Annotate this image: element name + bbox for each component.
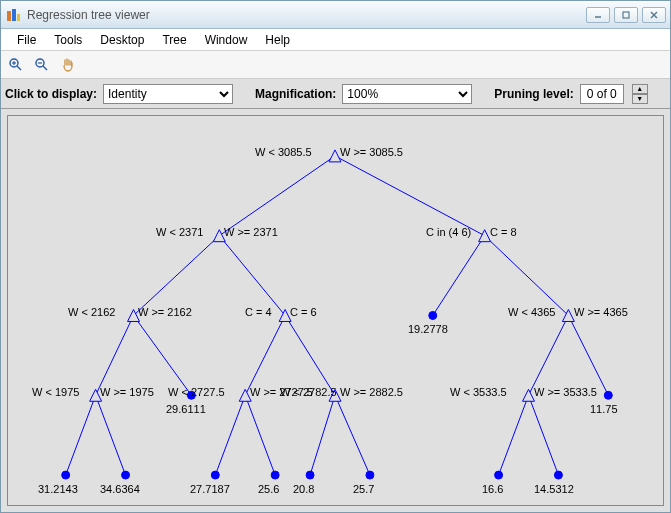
split-label: C = 6 bbox=[290, 306, 317, 318]
split-label: C in (4 6) bbox=[426, 226, 471, 238]
menu-desktop[interactable]: Desktop bbox=[92, 31, 152, 49]
svg-point-49 bbox=[211, 471, 219, 479]
zoom-in-icon[interactable] bbox=[5, 54, 27, 76]
pan-icon[interactable] bbox=[57, 54, 79, 76]
svg-rect-2 bbox=[17, 14, 20, 21]
svg-marker-43 bbox=[523, 389, 535, 401]
pruning-level-label: Pruning level: bbox=[494, 87, 573, 101]
pruning-spinner: ▲ ▼ bbox=[632, 84, 648, 104]
split-label: W < 2727.5 bbox=[168, 386, 225, 398]
leaf-label: 11.75 bbox=[590, 403, 618, 415]
split-label: W < 2782.5 bbox=[280, 386, 337, 398]
tree-canvas[interactable]: W < 3085.5 W >= 3085.5 W < 2371 W >= 237… bbox=[7, 115, 664, 506]
split-label: W >= 1975 bbox=[100, 386, 154, 398]
menu-bar: File Tools Desktop Tree Window Help bbox=[1, 29, 670, 51]
split-label: W >= 2162 bbox=[138, 306, 192, 318]
svg-line-29 bbox=[245, 395, 275, 475]
split-label: W < 1975 bbox=[32, 386, 79, 398]
leaf-label: 16.6 bbox=[482, 483, 503, 495]
leaf-label: 27.7187 bbox=[190, 483, 230, 495]
svg-point-54 bbox=[554, 471, 562, 479]
minimize-button[interactable] bbox=[586, 7, 610, 23]
split-label: C = 8 bbox=[490, 226, 517, 238]
leaf-label: 34.6364 bbox=[100, 483, 140, 495]
close-button[interactable] bbox=[642, 7, 666, 23]
zoom-out-icon[interactable] bbox=[31, 54, 53, 76]
svg-line-16 bbox=[134, 236, 220, 316]
split-label: W >= 3085.5 bbox=[340, 146, 403, 158]
title-bar: Regression tree viewer bbox=[1, 1, 670, 29]
svg-line-33 bbox=[529, 395, 559, 475]
app-icon bbox=[5, 7, 21, 23]
magnification-label: Magnification: bbox=[255, 87, 336, 101]
display-mode-select[interactable]: Identity bbox=[103, 84, 233, 104]
leaf-label: 19.2778 bbox=[408, 323, 448, 335]
svg-point-52 bbox=[366, 471, 374, 479]
menu-help[interactable]: Help bbox=[257, 31, 298, 49]
svg-rect-4 bbox=[623, 12, 629, 18]
svg-line-32 bbox=[499, 395, 529, 475]
svg-point-51 bbox=[306, 471, 314, 479]
split-label: W < 2162 bbox=[68, 306, 115, 318]
split-label: W >= 2371 bbox=[224, 226, 278, 238]
svg-point-47 bbox=[62, 471, 70, 479]
magnification-select[interactable]: 100% bbox=[342, 84, 472, 104]
menu-tools[interactable]: Tools bbox=[46, 31, 90, 49]
canvas-container: W < 3085.5 W >= 3085.5 W < 2371 W >= 237… bbox=[1, 109, 670, 512]
svg-line-24 bbox=[529, 315, 569, 395]
svg-line-14 bbox=[219, 156, 335, 236]
split-label: W >= 4365 bbox=[574, 306, 628, 318]
svg-point-50 bbox=[271, 471, 279, 479]
menu-window[interactable]: Window bbox=[197, 31, 256, 49]
pruning-down-button[interactable]: ▼ bbox=[632, 94, 648, 104]
svg-rect-0 bbox=[7, 11, 11, 21]
svg-line-31 bbox=[335, 395, 370, 475]
svg-line-17 bbox=[219, 236, 285, 316]
menu-file[interactable]: File bbox=[9, 31, 44, 49]
split-label: W >= 2882.5 bbox=[340, 386, 403, 398]
svg-marker-36 bbox=[479, 230, 491, 242]
control-bar: Click to display: Identity Magnification… bbox=[1, 79, 670, 109]
tool-bar bbox=[1, 51, 670, 79]
svg-line-28 bbox=[215, 395, 245, 475]
split-label: W < 4365 bbox=[508, 306, 555, 318]
menu-tree[interactable]: Tree bbox=[154, 31, 194, 49]
svg-line-26 bbox=[66, 395, 96, 475]
app-window: Regression tree viewer File Tools Deskto… bbox=[0, 0, 671, 513]
window-title: Regression tree viewer bbox=[27, 8, 586, 22]
svg-line-30 bbox=[310, 395, 335, 475]
leaf-label: 25.7 bbox=[353, 483, 374, 495]
svg-line-23 bbox=[285, 315, 335, 395]
svg-rect-1 bbox=[12, 9, 16, 21]
svg-line-15 bbox=[335, 156, 485, 236]
window-buttons bbox=[586, 7, 666, 23]
svg-line-12 bbox=[43, 66, 47, 70]
split-label: C = 4 bbox=[245, 306, 272, 318]
svg-line-21 bbox=[134, 315, 192, 395]
svg-line-18 bbox=[433, 236, 485, 316]
svg-line-20 bbox=[96, 315, 134, 395]
leaf-label: 29.6111 bbox=[166, 403, 206, 415]
svg-point-44 bbox=[429, 311, 437, 319]
maximize-button[interactable] bbox=[614, 7, 638, 23]
leaf-label: 14.5312 bbox=[534, 483, 574, 495]
svg-line-22 bbox=[245, 315, 285, 395]
leaf-label: 20.8 bbox=[293, 483, 314, 495]
svg-line-27 bbox=[96, 395, 126, 475]
svg-point-46 bbox=[604, 391, 612, 399]
leaf-label: 25.6 bbox=[258, 483, 279, 495]
svg-point-53 bbox=[495, 471, 503, 479]
pruning-level-value: 0 of 0 bbox=[580, 84, 624, 104]
svg-line-25 bbox=[568, 315, 608, 395]
split-label: W < 2371 bbox=[156, 226, 203, 238]
leaf-label: 31.2143 bbox=[38, 483, 78, 495]
svg-point-48 bbox=[122, 471, 130, 479]
split-label: W >= 3533.5 bbox=[534, 386, 597, 398]
svg-line-19 bbox=[485, 236, 569, 316]
click-to-display-label: Click to display: bbox=[5, 87, 97, 101]
svg-line-8 bbox=[17, 66, 21, 70]
pruning-up-button[interactable]: ▲ bbox=[632, 84, 648, 94]
split-label: W < 3085.5 bbox=[255, 146, 312, 158]
split-label: W < 3533.5 bbox=[450, 386, 507, 398]
